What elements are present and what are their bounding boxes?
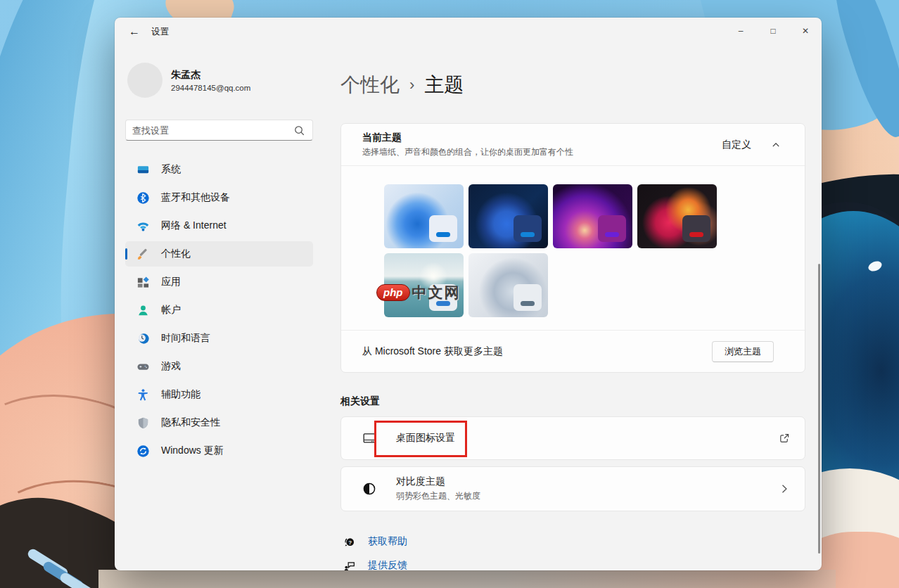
sidebar-item-label: 系统 <box>161 163 181 176</box>
theme-accent-pill <box>521 301 535 306</box>
main-content: 个性化 › 主题 当前主题 选择墙纸、声音和颜色的组合，让你的桌面更加富有个性 … <box>340 53 805 570</box>
related-row-subtitle: 弱势彩色主题、光敏度 <box>396 490 480 502</box>
windows-update-icon <box>136 445 150 458</box>
sidebar-item-2[interactable]: 网络 & Internet <box>125 213 313 238</box>
maximize-button[interactable]: □ <box>757 18 789 44</box>
selected-accent-bar <box>125 248 127 260</box>
sidebar-item-8[interactable]: 辅助功能 <box>125 382 313 407</box>
current-theme-card: 当前主题 选择墙纸、声音和颜色的组合，让你的桌面更加富有个性 自定义 php 中… <box>340 123 805 373</box>
related-settings: 桌面图标设置对比度主题弱势彩色主题、光敏度 <box>340 416 805 511</box>
apps-icon <box>136 276 150 289</box>
theme-thumbnail-windows-light[interactable] <box>384 184 464 248</box>
sidebar-item-4[interactable]: 应用 <box>125 269 313 295</box>
watermark: php 中文网 <box>376 283 461 302</box>
avatar <box>127 63 162 98</box>
current-theme-subtitle: 选择墙纸、声音和颜色的组合，让你的桌面更加富有个性 <box>362 146 573 158</box>
breadcrumb-parent[interactable]: 个性化 <box>340 72 400 98</box>
sidebar-item-label: Windows 更新 <box>161 445 224 457</box>
sidebar-item-label: 网络 & Internet <box>161 219 227 232</box>
watermark-badge: php <box>376 284 410 301</box>
back-button[interactable]: ← <box>123 22 146 41</box>
window-title: 设置 <box>151 26 169 38</box>
sidebar-item-label: 应用 <box>161 276 181 288</box>
wallpaper-bottom-band <box>98 570 836 588</box>
privacy-icon <box>136 416 150 430</box>
accessibility-icon <box>136 388 150 402</box>
sidebar-item-9[interactable]: 隐私和安全性 <box>125 410 313 435</box>
close-button[interactable]: ✕ <box>789 18 822 44</box>
bluetooth-icon <box>136 191 150 205</box>
desktop-icon <box>362 431 376 445</box>
footer-link-label: 提供反馈 <box>368 559 407 570</box>
related-row-title: 对比度主题 <box>396 475 480 488</box>
theme-accent-pill <box>436 232 450 237</box>
sidebar-item-10[interactable]: Windows 更新 <box>125 438 313 464</box>
footer-link[interactable]: ?获取帮助 <box>343 532 805 551</box>
breadcrumb-separator: › <box>409 76 414 94</box>
sidebar-item-label: 辅助功能 <box>161 388 200 401</box>
related-row-0[interactable]: 桌面图标设置 <box>340 416 805 460</box>
user-name: 朱孟杰 <box>171 69 250 82</box>
sidebar-item-3[interactable]: 个性化 <box>125 241 313 267</box>
sidebar-item-0[interactable]: 系统 <box>125 157 313 182</box>
sidebar-item-6[interactable]: 时间和语言 <box>125 326 313 351</box>
network-icon <box>136 219 150 233</box>
theme-tile-preview <box>598 215 626 242</box>
chevron-up-icon[interactable] <box>771 140 781 150</box>
store-row: 从 Microsoft Store 获取更多主题 浏览主题 <box>341 331 805 372</box>
breadcrumb: 个性化 › 主题 <box>340 71 805 99</box>
footer-links: ?获取帮助提供反馈 <box>340 532 805 570</box>
theme-accent-pill <box>521 232 535 237</box>
search-box[interactable] <box>125 120 313 141</box>
related-settings-heading: 相关设置 <box>340 395 805 408</box>
store-label: 从 Microsoft Store 获取更多主题 <box>362 345 503 358</box>
related-row-title: 桌面图标设置 <box>396 432 455 445</box>
sidebar-item-5[interactable]: 帐户 <box>125 298 313 323</box>
sidebar-item-7[interactable]: 游戏 <box>125 354 313 379</box>
vertical-scrollbar[interactable] <box>818 264 820 554</box>
page-title: 主题 <box>424 72 464 98</box>
minimize-button[interactable]: – <box>725 18 757 44</box>
time-language-icon <box>136 332 150 345</box>
theme-tile-preview <box>514 284 542 311</box>
settings-window: ← 设置 – □ ✕ 朱孟杰 2944478145@qq.com 系统蓝牙和其他… <box>115 18 822 570</box>
sidebar-item-label: 隐私和安全性 <box>161 416 220 429</box>
chevron-right-icon <box>778 482 791 495</box>
theme-accent-pill <box>605 232 619 237</box>
user-email: 2944478145@qq.com <box>171 84 250 92</box>
feedback-icon <box>343 559 356 571</box>
related-row-1[interactable]: 对比度主题弱势彩色主题、光敏度 <box>340 466 805 511</box>
browse-themes-button[interactable]: 浏览主题 <box>712 341 774 362</box>
theme-thumbnail-windows-dark[interactable] <box>468 184 548 248</box>
theme-thumbnail-glow-purple[interactable] <box>553 184 632 248</box>
gaming-icon <box>136 360 150 373</box>
theme-accent-pill <box>689 232 703 237</box>
theme-tile-preview <box>514 215 542 242</box>
search-input[interactable] <box>132 125 293 136</box>
theme-thumbnail-flow-gray[interactable] <box>468 253 548 317</box>
watermark-text: 中文网 <box>412 283 461 302</box>
sidebar-item-label: 帐户 <box>161 304 181 317</box>
current-theme-header[interactable]: 当前主题 选择墙纸、声音和颜色的组合，让你的桌面更加富有个性 自定义 <box>341 124 805 165</box>
svg-text:?: ? <box>348 539 352 545</box>
system-icon <box>136 163 150 177</box>
user-profile[interactable]: 朱孟杰 2944478145@qq.com <box>127 63 313 98</box>
current-theme-title: 当前主题 <box>362 132 573 144</box>
sidebar-item-label: 个性化 <box>161 248 191 260</box>
theme-thumbnail-captured-motion[interactable] <box>637 184 717 248</box>
footer-link-label: 获取帮助 <box>368 535 407 548</box>
customize-label: 自定义 <box>722 139 751 151</box>
footer-link[interactable]: 提供反馈 <box>343 556 805 570</box>
sidebar-item-label: 游戏 <box>161 360 181 373</box>
sidebar-item-label: 时间和语言 <box>161 332 210 345</box>
external-link-icon <box>778 432 791 445</box>
theme-tile-preview <box>429 215 457 242</box>
window-controls: – □ ✕ <box>725 18 822 44</box>
sidebar-item-label: 蓝牙和其他设备 <box>161 191 230 204</box>
sidebar-item-1[interactable]: 蓝牙和其他设备 <box>125 185 313 210</box>
titlebar[interactable]: ← 设置 – □ ✕ <box>115 18 822 44</box>
sidebar: 朱孟杰 2944478145@qq.com 系统蓝牙和其他设备网络 & Inte… <box>125 53 313 466</box>
customize-expander[interactable]: 自定义 <box>722 139 791 151</box>
contrast-icon <box>362 482 376 496</box>
theme-thumbnails-section: php 中文网 <box>341 166 805 330</box>
